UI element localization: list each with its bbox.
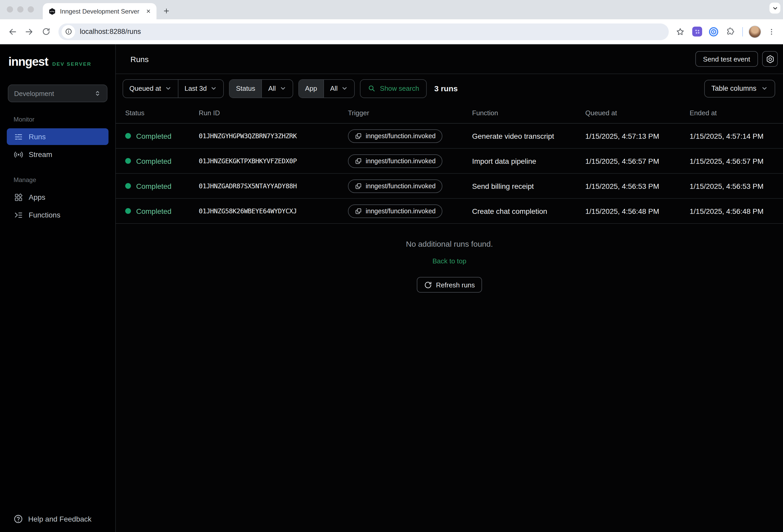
browser-tab-strip: Inngest Development Server <box>0 0 783 19</box>
time-range-dropdown[interactable]: Last 3d <box>178 80 223 97</box>
sidebar-item-label: Apps <box>29 193 45 201</box>
trigger-badge[interactable]: inngest/function.invoked <box>348 179 442 193</box>
runs-count: 3 runs <box>434 84 458 93</box>
sidebar-item-apps[interactable]: Apps <box>7 189 108 206</box>
time-filter: Queued at Last 3d <box>123 79 224 98</box>
trigger-name: inngest/function.invoked <box>366 182 436 190</box>
column-header-ended-at: Ended at <box>690 109 783 117</box>
refresh-runs-label: Refresh runs <box>436 281 475 289</box>
app-filter-value: All <box>330 85 338 92</box>
column-header-trigger: Trigger <box>348 109 472 117</box>
environment-selector[interactable]: Development <box>8 85 107 102</box>
ended-at-value: 1/15/2025, 4:56:48 PM <box>690 207 783 215</box>
table-columns-label: Table columns <box>711 85 756 92</box>
ended-at-value: 1/15/2025, 4:56:57 PM <box>690 157 783 165</box>
window-minimize-button[interactable] <box>17 6 24 12</box>
column-header-run-id: Run ID <box>199 109 348 117</box>
profile-avatar[interactable] <box>749 25 761 38</box>
trigger-badge[interactable]: inngest/function.invoked <box>348 204 442 218</box>
trigger-name: inngest/function.invoked <box>366 132 436 139</box>
queued-at-value: 1/15/2025, 4:56:48 PM <box>585 207 690 215</box>
trigger-badge[interactable]: inngest/function.invoked <box>348 154 442 168</box>
status-filter-dropdown[interactable]: All <box>262 80 292 97</box>
show-search-label: Show search <box>380 85 419 92</box>
window-controls <box>7 6 34 12</box>
sidebar-item-stream[interactable]: Stream <box>7 146 108 163</box>
purple-extension-icon <box>692 27 702 36</box>
ended-at-value: 1/15/2025, 4:56:53 PM <box>690 182 783 190</box>
app-filter: App All <box>298 79 355 98</box>
chevron-down-icon <box>761 85 768 92</box>
section-label-monitor: Monitor <box>13 116 115 123</box>
show-search-button[interactable]: Show search <box>360 79 427 98</box>
queued-at-value: 1/15/2025, 4:57:13 PM <box>585 132 690 140</box>
tab-close-icon[interactable] <box>144 7 152 15</box>
status-filter: Status All <box>229 79 293 98</box>
chevron-down-icon <box>341 85 348 92</box>
site-info-icon[interactable] <box>62 25 75 38</box>
extension-badge[interactable] <box>691 25 703 38</box>
function-name: Create chat completion <box>472 207 585 215</box>
column-header-queued-at: Queued at <box>585 109 690 117</box>
back-to-top-link[interactable]: Back to top <box>433 257 466 265</box>
time-field-dropdown[interactable]: Queued at <box>123 80 178 97</box>
broadcast-icon <box>14 150 23 159</box>
function-name: Send billing receipt <box>472 182 585 190</box>
time-field-value: Queued at <box>129 85 161 92</box>
address-bar[interactable]: localhost:8288/runs <box>58 23 669 40</box>
sidebar-item-label: Stream <box>29 150 52 159</box>
run-status: Completed <box>136 132 171 140</box>
table-row[interactable]: Completed 01JHNZGYHGPW3QZBRN7Y3ZHZRK inn… <box>116 124 783 149</box>
run-id: 01JHNZGEKGKTPXBHKYVFZEDX0P <box>199 157 348 165</box>
sidebar: inngest DEV SERVER Development Monitor R… <box>0 44 116 532</box>
password-manager-icon[interactable] <box>707 25 720 38</box>
tab-search-button[interactable] <box>770 3 780 13</box>
browser-menu-icon[interactable] <box>765 25 778 38</box>
browser-tab[interactable]: Inngest Development Server <box>43 3 156 19</box>
refresh-runs-button[interactable]: Refresh runs <box>417 277 482 292</box>
table-row[interactable]: Completed 01JHNZG58K26WBEYE64WYDYCXJ inn… <box>116 199 783 224</box>
main-content: Runs Send test event Queued at <box>116 44 783 532</box>
bookmark-star-icon[interactable] <box>674 25 687 38</box>
sidebar-item-runs[interactable]: Runs <box>7 128 108 145</box>
extensions-puzzle-icon[interactable] <box>724 25 737 38</box>
inngest-app: inngest DEV SERVER Development Monitor R… <box>0 44 783 532</box>
app-filter-dropdown[interactable]: All <box>324 80 354 97</box>
page-header: Runs Send test event <box>116 44 783 74</box>
run-status: Completed <box>136 157 171 165</box>
no-additional-runs-message: No additional runs found. <box>406 240 493 248</box>
run-id: 01JHNZG58K26WBEYE64WYDYCXJ <box>199 207 348 215</box>
sidebar-item-functions[interactable]: Functions <box>7 207 108 223</box>
trigger-name: inngest/function.invoked <box>366 207 436 215</box>
trigger-badge[interactable]: inngest/function.invoked <box>348 129 442 143</box>
section-label-manage: Manage <box>13 176 115 184</box>
function-name: Generate video transcript <box>472 132 585 140</box>
queued-at-value: 1/15/2025, 4:56:53 PM <box>585 182 690 190</box>
refresh-icon <box>424 281 432 289</box>
reload-button[interactable] <box>39 24 53 39</box>
window-zoom-button[interactable] <box>28 6 34 12</box>
send-test-event-button[interactable]: Send test event <box>695 51 758 67</box>
status-dot <box>125 133 131 139</box>
status-dot <box>125 208 131 214</box>
column-header-status: Status <box>125 109 199 117</box>
chevron-down-icon <box>164 85 171 92</box>
new-tab-button[interactable] <box>160 4 173 18</box>
back-button[interactable] <box>5 24 20 39</box>
settings-button[interactable] <box>762 51 778 67</box>
queued-at-value: 1/15/2025, 4:56:57 PM <box>585 157 690 165</box>
empty-state: No additional runs found. Back to top Re… <box>116 224 783 292</box>
forward-button[interactable] <box>22 24 36 39</box>
status-dot <box>125 183 131 189</box>
copy-icon <box>355 182 362 190</box>
sidebar-item-label: Functions <box>29 211 60 219</box>
table-row[interactable]: Completed 01JHNZGEKGKTPXBHKYVFZEDX0P inn… <box>116 149 783 174</box>
window-close-button[interactable] <box>7 6 13 12</box>
app-filter-label: App <box>299 80 323 97</box>
chevron-down-icon <box>211 85 217 92</box>
table-columns-button[interactable]: Table columns <box>704 80 775 97</box>
help-and-feedback[interactable]: Help and Feedback <box>0 514 115 532</box>
table-header: Status Run ID Trigger Function Queued at… <box>116 103 783 124</box>
table-row[interactable]: Completed 01JHNZGADR87SX5NTAYYADY88H inn… <box>116 174 783 199</box>
sidebar-item-label: Runs <box>29 132 45 141</box>
